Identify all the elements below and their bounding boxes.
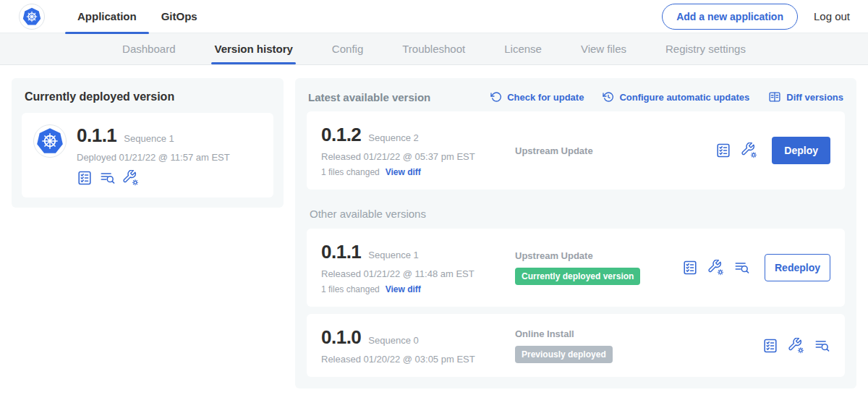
files-changed-label: 1 files changed xyxy=(321,284,380,294)
tab-gitops[interactable]: GitOps xyxy=(149,0,210,33)
edit-config-icon[interactable] xyxy=(741,143,757,158)
edit-config-icon[interactable] xyxy=(788,338,804,354)
deployed-sequence-label: Sequence 1 xyxy=(124,133,174,144)
deployed-timestamp: Deployed 01/21/22 @ 11:57 am EST xyxy=(77,152,230,163)
app-icon-ring xyxy=(33,124,67,158)
version-actions: Check for update Configure automatic upd… xyxy=(490,90,843,103)
sequence-label: Sequence 0 xyxy=(368,335,418,346)
version-number: 0.1.1 xyxy=(321,241,361,263)
version-row-latest: 0.1.2 Sequence 2 Released 01/21/22 @ 05:… xyxy=(307,111,845,190)
latest-version-title: Latest available version xyxy=(308,91,430,103)
sequence-label: Sequence 1 xyxy=(368,250,418,260)
version-number: 0.1.0 xyxy=(321,326,361,349)
released-timestamp: Released 01/21/22 @ 05:37 pm EST xyxy=(321,151,502,162)
refresh-icon xyxy=(490,91,502,103)
edit-config-icon[interactable] xyxy=(123,170,139,186)
preflight-checks-icon[interactable] xyxy=(762,338,778,354)
deploy-logs-icon[interactable] xyxy=(814,338,830,354)
tab-application-label: Application xyxy=(77,10,137,22)
deployed-version-number: 0.1.1 xyxy=(77,124,116,147)
check-for-update-label: Check for update xyxy=(507,92,584,103)
subnav-license[interactable]: License xyxy=(504,33,542,64)
subnav-version-history[interactable]: Version history xyxy=(214,33,292,64)
deploy-logs-icon[interactable] xyxy=(100,170,116,186)
preflight-checks-icon[interactable] xyxy=(715,143,731,158)
deployed-version-card: 0.1.1 Sequence 1 Deployed 01/21/22 @ 11:… xyxy=(22,113,273,197)
version-source-label: Online Install xyxy=(515,328,762,339)
subnav-dashboard-label: Dashboard xyxy=(122,43,175,55)
available-versions-panel: Latest available version Check for updat… xyxy=(295,78,856,388)
deploy-logs-icon[interactable] xyxy=(734,260,750,276)
sequence-label: Sequence 2 xyxy=(368,132,418,143)
released-timestamp: Released 01/21/22 @ 11:48 am EST xyxy=(321,268,502,279)
deploy-button[interactable]: Deploy xyxy=(772,137,830,164)
subnav-version-history-label: Version history xyxy=(214,43,292,55)
main-content: Currently deployed version 0.1.1 Sequenc… xyxy=(0,65,868,401)
version-row-previous: 0.1.0 Sequence 0 Released 01/20/22 @ 03:… xyxy=(307,314,845,377)
subnav-license-label: License xyxy=(504,43,542,55)
add-application-button[interactable]: Add a new application xyxy=(662,4,798,30)
version-row-deployed: 0.1.1 Sequence 1 Released 01/21/22 @ 11:… xyxy=(307,229,845,307)
kubernetes-logo-icon xyxy=(36,127,64,155)
app-subnav: Dashboard Version history Config Trouble… xyxy=(0,33,868,65)
version-source-label: Upstream Update xyxy=(515,145,715,156)
diff-versions-link[interactable]: Diff versions xyxy=(768,90,843,103)
released-timestamp: Released 01/20/22 @ 03:05 pm EST xyxy=(321,354,502,365)
view-diff-link[interactable]: View diff xyxy=(386,167,421,177)
subnav-config[interactable]: Config xyxy=(332,33,363,64)
currently-deployed-badge: Currently deployed version xyxy=(515,268,640,285)
configure-automatic-updates-label: Configure automatic updates xyxy=(619,92,749,103)
diff-icon xyxy=(768,90,781,103)
header-right: Add a new application Log out xyxy=(662,4,850,30)
tab-gitops-label: GitOps xyxy=(161,10,197,22)
configure-automatic-updates-link[interactable]: Configure automatic updates xyxy=(603,91,749,103)
diff-versions-label: Diff versions xyxy=(786,92,843,103)
redeploy-button[interactable]: Redeploy xyxy=(765,254,830,281)
subnav-troubleshoot[interactable]: Troubleshoot xyxy=(402,33,465,64)
previously-deployed-badge: Previously deployed xyxy=(515,346,613,363)
auto-update-icon xyxy=(603,91,614,103)
subnav-troubleshoot-label: Troubleshoot xyxy=(402,43,465,55)
subnav-view-files[interactable]: View files xyxy=(581,33,626,64)
version-source-label: Upstream Update xyxy=(515,250,682,261)
subnav-view-files-label: View files xyxy=(581,43,626,55)
other-versions-title: Other available versions xyxy=(310,208,842,220)
subnav-registry-settings-label: Registry settings xyxy=(665,43,746,55)
top-header: Application GitOps Add a new application… xyxy=(0,0,868,33)
preflight-checks-icon[interactable] xyxy=(77,170,93,186)
app-logo-avatar xyxy=(19,4,45,30)
check-for-update-link[interactable]: Check for update xyxy=(490,91,584,103)
logout-link[interactable]: Log out xyxy=(814,10,850,22)
files-changed-label: 1 files changed xyxy=(321,167,380,177)
preflight-checks-icon[interactable] xyxy=(682,260,698,276)
edit-config-icon[interactable] xyxy=(708,260,724,276)
currently-deployed-title: Currently deployed version xyxy=(25,90,273,103)
subnav-dashboard[interactable]: Dashboard xyxy=(122,33,175,64)
version-number: 0.1.2 xyxy=(321,124,361,146)
subnav-registry-settings[interactable]: Registry settings xyxy=(665,33,746,64)
view-diff-link[interactable]: View diff xyxy=(386,284,421,294)
kubernetes-logo-icon xyxy=(22,7,41,26)
subnav-config-label: Config xyxy=(332,43,363,55)
tab-application[interactable]: Application xyxy=(65,0,149,33)
currently-deployed-panel: Currently deployed version 0.1.1 Sequenc… xyxy=(12,78,284,208)
header-tabs: Application GitOps xyxy=(65,0,210,33)
